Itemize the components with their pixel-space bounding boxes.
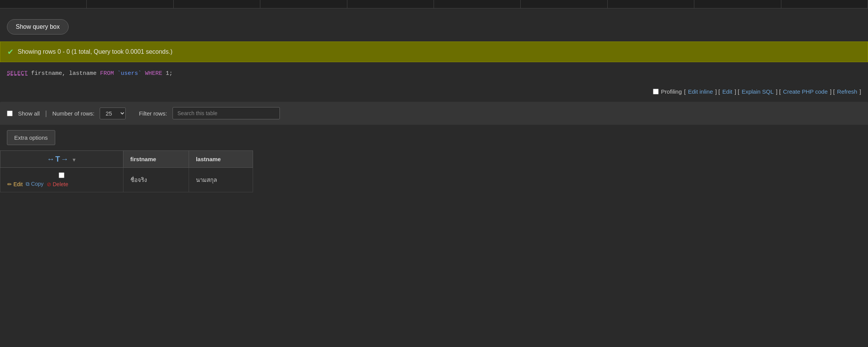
sql-where-val: 1; <box>166 70 173 77</box>
profiling-checkbox[interactable] <box>653 89 659 94</box>
row-firstname-value: ชื่อจริง <box>130 177 147 183</box>
delete-row-button[interactable]: ⊘ Delete <box>47 181 68 187</box>
top-nav <box>0 0 868 8</box>
top-nav-item-10 <box>781 0 868 8</box>
top-nav-item-2 <box>87 0 173 8</box>
check-icon: ✔ <box>7 47 14 56</box>
sql-from-keyword: FROM <box>100 70 114 77</box>
profiling-bracket-mid3: ] [ <box>776 88 781 95</box>
table-row: ✏ Edit ⧉ Copy ⊘ Delete <box>0 168 253 192</box>
show-query-button[interactable]: Show query box <box>7 19 69 35</box>
profiling-bracket-mid2: ] [ <box>735 88 740 95</box>
row-checkbox-cell: ✏ Edit ⧉ Copy ⊘ Delete <box>0 168 123 192</box>
search-input[interactable] <box>173 107 280 119</box>
profiling-bracket-close: ] <box>860 88 861 95</box>
resize-icon: ↔T→ <box>47 155 68 164</box>
toolbar-separator: | <box>45 109 47 117</box>
column-resize-header[interactable]: ↔T→ ▼ <box>0 151 123 168</box>
sort-dropdown-icon[interactable]: ▼ <box>72 157 77 163</box>
toolbar-row: Show all | Number of rows: 25 50 100 250… <box>0 102 868 125</box>
top-nav-item-5 <box>347 0 434 8</box>
top-nav-item-7 <box>521 0 607 8</box>
edit-row-button[interactable]: ✏ Edit <box>7 181 23 187</box>
column-header-firstname[interactable]: firstname <box>123 151 189 168</box>
explain-sql-link[interactable]: Explain SQL <box>741 88 773 95</box>
copy-icon: ⧉ <box>26 181 30 187</box>
delete-row-label: Delete <box>53 181 68 187</box>
sql-where-keyword: WHERE <box>145 70 162 77</box>
show-all-checkbox[interactable] <box>7 111 13 116</box>
main-content: Show query box ✔ Showing rows 0 - 0 (1 t… <box>0 8 868 192</box>
delete-icon: ⊘ <box>47 181 51 187</box>
profiling-bracket-mid1: ] [ <box>715 88 720 95</box>
top-nav-item-6 <box>434 0 521 8</box>
show-all-label: Show all <box>18 110 40 117</box>
sql-display: SELECT firstname, lastname FROM `users` … <box>0 62 868 85</box>
extra-options-button[interactable]: Extra options <box>7 130 55 145</box>
copy-row-label: Copy <box>31 181 44 187</box>
row-lastname-value: นามสกุล <box>196 177 217 183</box>
column-header-lastname[interactable]: lastname <box>189 151 253 168</box>
row-checkbox[interactable] <box>59 172 64 178</box>
edit-link[interactable]: Edit <box>722 88 732 95</box>
top-nav-item-1 <box>0 0 87 8</box>
profiling-label: Profiling <box>661 88 682 95</box>
row-lastname-cell: นามสกุล <box>189 168 253 192</box>
show-query-btn-wrap: Show query box <box>0 15 868 41</box>
sql-columns: firstname, lastname <box>31 70 100 77</box>
top-nav-item-3 <box>174 0 260 8</box>
rows-select[interactable]: 25 50 100 250 500 <box>100 107 126 119</box>
success-banner: ✔ Showing rows 0 - 0 (1 total, Query too… <box>0 41 868 62</box>
profiling-bracket-mid4: ] [ <box>830 88 835 95</box>
top-nav-item-4 <box>260 0 347 8</box>
edit-inline-link[interactable]: Edit inline <box>688 88 713 95</box>
sql-select-keyword: SELECT <box>7 70 28 77</box>
firstname-label: firstname <box>130 156 156 162</box>
refresh-link[interactable]: Refresh <box>837 88 857 95</box>
table-wrap: ↔T→ ▼ firstname lastname <box>0 150 868 192</box>
edit-row-label: Edit <box>13 181 23 187</box>
success-message: Showing rows 0 - 0 (1 total, Query took … <box>18 48 173 55</box>
number-of-rows-label: Number of rows: <box>52 110 94 117</box>
lastname-label: lastname <box>196 156 221 162</box>
edit-icon: ✏ <box>7 181 12 187</box>
results-table: ↔T→ ▼ firstname lastname <box>0 150 253 192</box>
top-nav-item-9 <box>694 0 781 8</box>
row-firstname-cell: ชื่อจริง <box>123 168 189 192</box>
sql-table-name: `users` <box>117 70 141 77</box>
top-nav-item-8 <box>608 0 694 8</box>
copy-row-button[interactable]: ⧉ Copy <box>26 181 44 187</box>
filter-label: Filter rows: <box>139 110 167 117</box>
create-php-link[interactable]: Create PHP code <box>783 88 827 95</box>
extra-options-wrap: Extra options <box>0 125 868 150</box>
profiling-bracket-open: [ <box>684 88 686 95</box>
profiling-row: Profiling [ Edit inline ] [ Edit ] [ Exp… <box>0 85 868 102</box>
